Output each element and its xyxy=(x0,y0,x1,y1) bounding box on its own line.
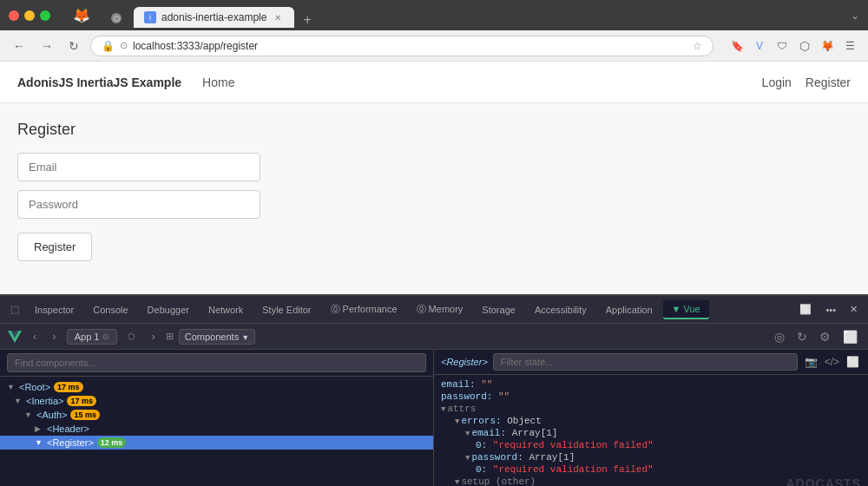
vue-app-badge[interactable]: App 1 ⊙ xyxy=(67,329,118,345)
component-name-auth: <Auth> xyxy=(36,410,67,420)
menu-icon[interactable]: ☰ xyxy=(840,36,859,56)
tab-debugger[interactable]: Debugger xyxy=(139,301,198,319)
vue-grid-icon[interactable]: ⊞ xyxy=(166,331,174,342)
tree-item-inertia[interactable]: ▼ <Inertia> 17 ms xyxy=(0,394,433,408)
state-component-name: <Register> xyxy=(441,357,488,367)
tab-inspector[interactable]: Inspector xyxy=(26,301,82,319)
state-open-icon[interactable]: ⬜ xyxy=(845,354,861,370)
vue-options-btn[interactable]: ⬡ xyxy=(122,330,141,343)
tree-arrow-auth: ▼ xyxy=(24,410,33,419)
tab-accessibility[interactable]: Accessibility xyxy=(526,301,595,319)
state-content: email: "" password: "" ▼attrs ▼errors: O… xyxy=(434,375,868,486)
tab-new-empty[interactable]: ⬡ xyxy=(102,9,130,28)
forward-button[interactable]: → xyxy=(36,36,57,56)
tab-vue[interactable]: ▼ Vue xyxy=(663,300,709,319)
minimize-button[interactable] xyxy=(24,10,35,21)
state-line-password-error-0: 0: "required validation failed" xyxy=(441,463,861,476)
state-line-password: password: "" xyxy=(441,391,861,403)
vue-breadcrumb-btn[interactable]: › xyxy=(146,328,160,345)
tree-arrow-register: ▼ xyxy=(35,438,43,447)
nav-register[interactable]: Register xyxy=(806,76,851,89)
tab-network[interactable]: Network xyxy=(200,301,252,319)
nav-login[interactable]: Login xyxy=(762,76,792,89)
tab-close-button[interactable]: ✕ xyxy=(272,11,284,23)
tree-item-root[interactable]: ▼ <Root> 17 ms xyxy=(0,380,433,394)
shield-icon[interactable]: 🛡 xyxy=(773,36,792,56)
devtools-right-buttons: ⬜ ••• ✕ xyxy=(794,301,863,318)
tab-style-editor[interactable]: Style Editor xyxy=(253,301,319,319)
register-button[interactable]: Register xyxy=(17,233,92,261)
tree-item-auth[interactable]: ▼ <Auth> 15 ms xyxy=(0,408,433,422)
vue-refresh-icon[interactable]: ↻ xyxy=(793,328,811,345)
state-line-email-error-0: 0: "required validation failed" xyxy=(441,439,861,451)
tab-performance[interactable]: ⓪ Performance xyxy=(322,299,406,319)
tab-title: adonis-inertia-example xyxy=(161,11,266,23)
url-text: localhost:3333/app/register xyxy=(133,40,687,52)
traffic-lights xyxy=(9,10,50,21)
tree-item-register[interactable]: ▼ <Register> 12 ms xyxy=(0,436,433,450)
password-input[interactable] xyxy=(17,190,260,219)
nav-home[interactable]: Home xyxy=(202,76,234,89)
vue-inspect-icon[interactable]: ◎ xyxy=(771,328,788,345)
state-panel-header: <Register> 📷 </> ⬜ xyxy=(434,350,868,375)
back-button[interactable]: ← xyxy=(9,36,30,56)
vue-nav-back[interactable]: ‹ xyxy=(28,328,42,345)
state-code-icon[interactable]: </> xyxy=(823,354,841,370)
maximize-button[interactable] xyxy=(40,10,50,21)
more-tabs-button[interactable]: ⌄ xyxy=(851,10,859,22)
state-filter-input[interactable] xyxy=(493,353,798,371)
browser-toolbar-icons: 🔖 V 🛡 ⬡ 🦊 ☰ xyxy=(727,36,859,56)
addon1-icon[interactable]: ⬡ xyxy=(795,36,814,56)
state-screenshot-icon[interactable]: 📷 xyxy=(803,354,819,370)
devtools-more-button[interactable]: ••• xyxy=(820,301,841,318)
email-field-group xyxy=(17,153,851,181)
tree-arrow-root: ▼ xyxy=(7,383,16,391)
tab-inactive[interactable]: 🦊 xyxy=(64,3,99,28)
vue-components-select[interactable]: Components ▼ xyxy=(179,329,255,345)
vue-logo xyxy=(7,329,23,345)
state-line-email: email: "" xyxy=(441,378,861,391)
addon2-icon[interactable]: 🦊 xyxy=(818,36,837,56)
url-bar[interactable]: 🔒 ⊙ localhost:3333/app/register ☆ xyxy=(90,36,713,56)
state-panel-icons: 📷 </> ⬜ xyxy=(803,354,861,370)
state-line-attrs: ▼attrs xyxy=(441,403,861,415)
bookmarks-icon[interactable]: 🔖 xyxy=(727,36,746,56)
browser-tabs: 🦊 ⬡ i adonis-inertia-example ✕ + xyxy=(64,3,317,28)
email-input[interactable] xyxy=(17,153,260,181)
devtools-toolbar: ⬚ Inspector Console Debugger Network Sty… xyxy=(0,296,868,324)
component-search-input[interactable] xyxy=(7,353,426,372)
tab-memory[interactable]: ⓪ Memory xyxy=(408,299,472,319)
tab-active[interactable]: i adonis-inertia-example ✕ xyxy=(134,7,294,28)
state-line-password-errors: ▼password: Array[1] xyxy=(441,451,861,463)
close-button[interactable] xyxy=(9,10,19,21)
app-content: Register Register xyxy=(0,103,868,294)
extensions-icon[interactable]: V xyxy=(750,36,769,56)
badge-inertia: 17 ms xyxy=(67,396,96,406)
password-field-group xyxy=(17,190,851,219)
tab-console[interactable]: Console xyxy=(84,301,136,319)
component-tree-panel: ▼ <Root> 17 ms ▼ <Inertia> 17 ms ▼ <Auth… xyxy=(0,350,434,486)
component-name-root: <Root> xyxy=(19,382,50,392)
vue-app-label: App 1 xyxy=(75,332,100,342)
vue-settings-icon[interactable]: ⚙ xyxy=(816,328,834,345)
vue-nav-forward[interactable]: › xyxy=(47,328,61,345)
devtools-close-button[interactable]: ✕ xyxy=(845,301,863,318)
tab-application[interactable]: Application xyxy=(597,301,661,319)
reload-button[interactable]: ↻ xyxy=(64,36,83,56)
devtools: ⬚ Inspector Console Debugger Network Sty… xyxy=(0,294,868,486)
vue-right-icons: ◎ ↻ ⚙ ⬜ xyxy=(771,328,861,345)
badge-root: 17 ms xyxy=(54,382,83,392)
state-panel: <Register> 📷 </> ⬜ email: "" pass xyxy=(434,350,868,486)
state-line-errors: ▼errors: Object xyxy=(441,415,861,427)
new-tab-button[interactable]: + xyxy=(298,12,316,28)
tab-storage[interactable]: Storage xyxy=(473,301,524,319)
component-name-header: <Header> xyxy=(47,424,89,434)
app-nav-right: Login Register xyxy=(762,76,851,89)
devtools-dock-button[interactable]: ⬜ xyxy=(794,301,817,318)
tree-item-header[interactable]: ▶ <Header> xyxy=(0,422,433,436)
vue-external-icon[interactable]: ⬜ xyxy=(839,328,861,345)
tree-arrow-inertia: ▼ xyxy=(14,397,23,405)
browser-chrome: 🦊 ⬡ i adonis-inertia-example ✕ + ⌄ xyxy=(0,0,868,30)
component-tree: ▼ <Root> 17 ms ▼ <Inertia> 17 ms ▼ <Auth… xyxy=(0,377,433,486)
devtools-element-picker[interactable]: ⬚ xyxy=(5,301,24,318)
